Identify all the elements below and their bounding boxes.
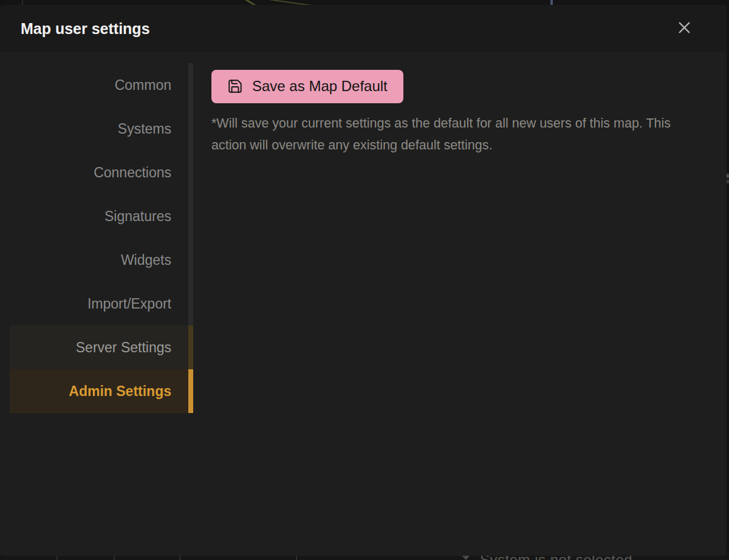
nav-item-label: Widgets <box>10 238 188 282</box>
underlay-edge-fragment <box>727 180 729 183</box>
settings-nav: Common Systems Connections Signatures Wi… <box>0 52 193 556</box>
nav-item-label: Connections <box>10 151 188 194</box>
dialog-title: Map user settings <box>21 20 671 38</box>
admin-settings-panel: Save as Map Default *Will save your curr… <box>193 52 727 556</box>
save-as-map-default-button[interactable]: Save as Map Default <box>211 70 403 103</box>
nav-item-import-export[interactable]: Import/Export <box>10 282 193 326</box>
nav-item-admin-settings[interactable]: Admin Settings <box>10 369 193 413</box>
nav-item-common[interactable]: Common <box>10 63 193 107</box>
nav-item-label: Common <box>10 63 188 107</box>
nav-indicator <box>188 326 193 369</box>
nav-item-label: Admin Settings <box>10 369 188 413</box>
nav-item-label: Signatures <box>10 194 188 238</box>
nav-indicator <box>188 63 193 107</box>
nav-indicator <box>188 151 193 194</box>
save-button-label: Save as Map Default <box>252 78 388 95</box>
nav-item-signatures[interactable]: Signatures <box>10 194 193 238</box>
nav-item-systems[interactable]: Systems <box>10 107 193 151</box>
nav-item-label: Server Settings <box>10 326 188 369</box>
map-user-settings-dialog: Map user settings Common Systems Connect… <box>0 5 727 556</box>
dialog-body: Common Systems Connections Signatures Wi… <box>0 52 727 556</box>
nav-indicator <box>188 107 193 151</box>
underlay-edge-fragment <box>727 174 729 178</box>
nav-item-connections[interactable]: Connections <box>10 151 193 194</box>
underlay-map-connection-line <box>550 0 553 5</box>
nav-item-server-settings[interactable]: Server Settings <box>10 326 193 369</box>
nav-item-widgets[interactable]: Widgets <box>10 238 193 282</box>
nav-indicator-active <box>188 369 193 413</box>
dialog-header: Map user settings <box>0 5 727 52</box>
save-default-note: *Will save your current settings as the … <box>211 112 697 156</box>
close-icon <box>676 19 693 38</box>
close-button[interactable] <box>671 15 697 42</box>
nav-indicator <box>188 282 193 326</box>
nav-indicator <box>188 238 193 282</box>
underlay-divider <box>22 0 23 5</box>
nav-item-label: Systems <box>10 107 188 151</box>
floppy-disk-icon <box>227 78 243 94</box>
nav-item-label: Import/Export <box>10 282 188 326</box>
nav-indicator <box>188 194 193 238</box>
